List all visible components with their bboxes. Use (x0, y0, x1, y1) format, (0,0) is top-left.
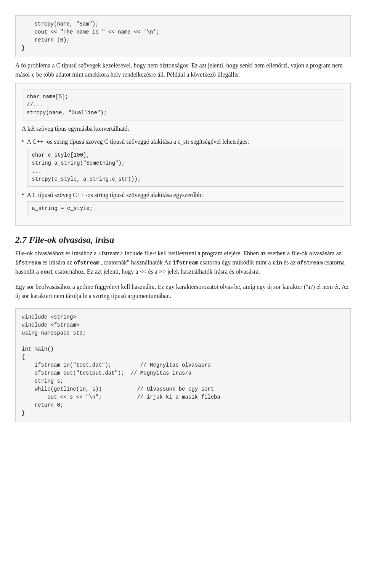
ofstream-1: ofstream (74, 260, 99, 266)
bullet-item-2: • A C típusú szöveg C++ -os string típus… (22, 191, 344, 218)
bullet-dot-1: • (22, 138, 24, 145)
bullet-2-code: a_string = c_style; (27, 201, 344, 216)
main-code-block: #include <string> #include <fstream> usi… (15, 308, 351, 422)
konvert-heading: A két szöveg típus egymásba konvertálhat… (22, 124, 344, 133)
bullet-2-text: A C típusú szöveg C++ -os string típusú … (27, 192, 203, 198)
page-content: strcpy(name, "Sam"); cout << "The name i… (15, 15, 351, 422)
bullet-1-code: char c_style[100]; string a_string("Some… (27, 148, 344, 187)
bullet-section: • A C++ -os string típusú szöveg C típus… (22, 137, 344, 218)
ofstream-2: ofstream (297, 260, 323, 266)
section-heading: 2.7 File-ok olvasása, írása (15, 235, 351, 245)
paragraph-1: A fő probléma a C típusú szövegek kezelé… (15, 61, 351, 79)
main-content-box: char name[5]; //... strcpy(name, "Oualli… (15, 83, 351, 226)
section-number: 2.7 (15, 235, 27, 245)
cin-text: cin (273, 260, 282, 266)
ifstream-2: ifstream (173, 260, 198, 266)
bullet-item-1: • A C++ -os string típusú szöveg C típus… (22, 137, 344, 188)
illegal-code-block: char name[5]; //... strcpy(name, "Oualli… (22, 90, 344, 120)
ifstream-1: ifstream (15, 260, 41, 266)
paragraph-2: File-ok olvasásához és írásához a <fstre… (15, 249, 351, 276)
section-title-text: File-ok olvasása, írása (29, 235, 114, 245)
paragraph-3: Egy sor beolvasásához a getline függvény… (15, 282, 351, 301)
bullet-1-text: A C++ -os string típusú szöveg C típusú … (27, 138, 249, 145)
bullet-content-2: A C típusú szöveg C++ -os string típusú … (27, 191, 344, 218)
bullet-content-1: A C++ -os string típusú szöveg C típusú … (27, 137, 344, 188)
bullet-dot-2: • (22, 191, 24, 198)
initial-code-block: strcpy(name, "Sam"); cout << "The name i… (15, 15, 351, 57)
cout-text: cout (40, 269, 53, 275)
